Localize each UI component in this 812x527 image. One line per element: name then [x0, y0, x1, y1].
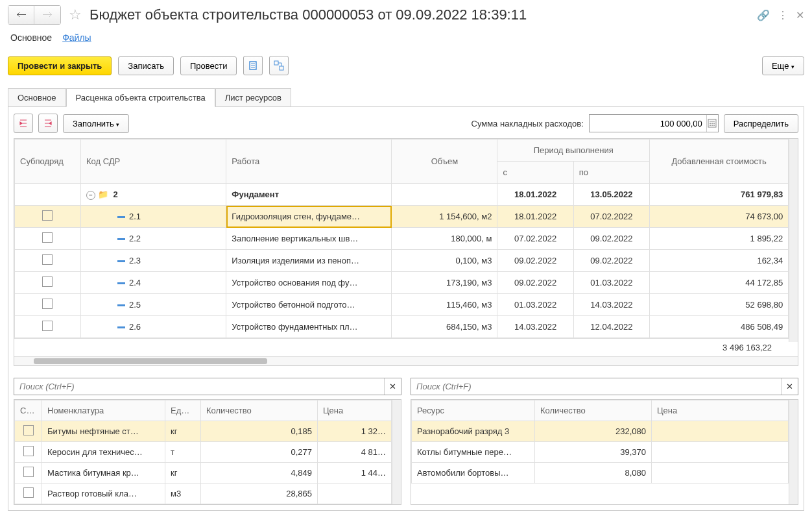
lcol-sub[interactable]: С… — [15, 400, 42, 421]
item-icon — [117, 260, 125, 262]
overhead-input-wrap — [589, 114, 719, 132]
overhead-label: Сумма накладных расходов: — [472, 119, 584, 129]
svg-point-13 — [713, 125, 715, 126]
col-added[interactable]: Добавленная стоимость — [650, 140, 789, 184]
left-search: ✕ — [14, 378, 401, 395]
table-row[interactable]: Раствор готовый кла…м328,865 — [15, 484, 401, 504]
svg-rect-5 — [280, 66, 283, 70]
fill-button[interactable]: Заполнить ▾ — [63, 114, 129, 133]
row-checkbox[interactable] — [23, 487, 34, 498]
row-checkbox[interactable] — [23, 467, 34, 477]
tab-files[interactable]: Файлы — [62, 32, 91, 43]
item-icon — [117, 326, 125, 328]
distribute-button[interactable]: Распределить — [724, 114, 798, 133]
indent-left-icon[interactable] — [14, 114, 33, 133]
col-code[interactable]: Код СДР — [80, 140, 226, 184]
left-search-input[interactable] — [14, 378, 384, 395]
table-row[interactable]: 2.3 Изоляция изделиями из пеноп… 0,100, … — [15, 250, 798, 272]
subtab-rates[interactable]: Расценка объекта строительства — [66, 88, 215, 107]
post-button[interactable]: Провести — [180, 56, 237, 75]
lcol-qty[interactable]: Количество — [201, 400, 318, 421]
row-checkbox[interactable] — [23, 425, 34, 435]
table-row[interactable]: 2.5 Устройство бетонной подгото… 115,460… — [15, 294, 798, 316]
left-grid[interactable]: С… Номенклатура Ед… Количество Цена Биту… — [14, 399, 401, 505]
indent-right-icon[interactable] — [38, 114, 58, 133]
table-row[interactable]: Мастика битумная кр…кг4,8491 44… — [15, 463, 401, 484]
row-checkbox[interactable] — [42, 254, 53, 265]
rcol-price[interactable]: Цена — [652, 400, 789, 421]
table-row[interactable]: Котлы битумные пере…39,370 — [412, 442, 798, 463]
table-row[interactable]: Автомобили бортовы…8,080 — [412, 463, 798, 484]
row-checkbox[interactable] — [42, 299, 53, 309]
collapse-icon[interactable]: − — [86, 191, 95, 200]
table-row[interactable]: Битумы нефтяные ст…кг0,1851 32… — [15, 421, 401, 442]
table-row[interactable]: Керосин для техничес…т0,2774 81… — [15, 442, 401, 463]
subtab-main[interactable]: Основное — [8, 88, 66, 107]
table-row[interactable]: 2.2 Заполнение вертикальных шв… 180,000,… — [15, 228, 798, 250]
favorite-icon[interactable]: ☆ — [66, 6, 84, 24]
close-icon[interactable]: ✕ — [796, 9, 804, 21]
kebab-icon[interactable]: ⋮ — [778, 9, 788, 21]
item-icon — [117, 282, 125, 284]
svg-point-9 — [711, 123, 713, 124]
forward-button[interactable]: 🡒 — [34, 6, 60, 24]
right-search-input[interactable] — [411, 378, 781, 395]
main-grid[interactable]: Субподряд Код СДР Работа Объем Период вы… — [14, 138, 798, 366]
col-to[interactable]: по — [573, 162, 649, 184]
svg-point-8 — [710, 123, 711, 124]
titlebar: 🡐 🡒 ☆ Бюджет объекта строительства 00000… — [8, 5, 804, 25]
folder-icon: 📁 — [98, 190, 108, 199]
overhead-input[interactable] — [590, 119, 706, 129]
grid-scrollbar-v[interactable] — [789, 139, 798, 342]
table-row[interactable]: 2.4 Устройство основания под фу… 173,190… — [15, 272, 798, 294]
rates-panel: Заполнить ▾ Сумма накладных расходов: Ра… — [8, 106, 804, 511]
right-grid[interactable]: Ресурс Количество Цена Разнорабочий разр… — [411, 399, 798, 505]
right-scrollbar-v[interactable] — [789, 400, 798, 504]
row-checkbox[interactable] — [42, 321, 53, 331]
col-work[interactable]: Работа — [226, 140, 392, 184]
grid-scrollbar-h[interactable] — [14, 356, 798, 365]
item-icon — [117, 216, 125, 218]
rcol-resource[interactable]: Ресурс — [412, 400, 535, 421]
rcol-qty[interactable]: Количество — [535, 400, 652, 421]
lcol-nomen[interactable]: Номенклатура — [42, 400, 165, 421]
save-button[interactable]: Записать — [118, 56, 174, 75]
toolbar: Провести и закрыть Записать Провести Еще… — [8, 56, 804, 75]
lcol-unit[interactable]: Ед… — [165, 400, 201, 421]
bottom-panels: ✕ С… Номенклатура Ед… Количество Цена — [14, 378, 798, 505]
row-checkbox[interactable] — [23, 446, 34, 456]
left-search-clear-icon[interactable]: ✕ — [384, 378, 401, 395]
row-checkbox[interactable] — [42, 210, 53, 221]
post-and-close-button[interactable]: Провести и закрыть — [8, 56, 112, 75]
nav-buttons: 🡐 🡒 — [8, 5, 61, 25]
svg-rect-4 — [274, 61, 278, 65]
item-icon — [117, 238, 125, 240]
row-checkbox[interactable] — [42, 276, 53, 287]
left-scrollbar-v[interactable] — [392, 400, 401, 504]
svg-point-12 — [711, 125, 713, 126]
table-row[interactable]: −📁 2 Фундамент 18.01.2022 13.05.2022 761… — [15, 184, 798, 206]
structure-icon[interactable] — [269, 56, 289, 75]
table-row[interactable]: 2.6 Устройство фундаментных пл… 684,150,… — [15, 316, 798, 338]
more-button[interactable]: Еще ▾ — [762, 56, 804, 75]
calc-icon[interactable] — [706, 115, 718, 132]
table-row[interactable]: 2.1 Гидроизоляция стен, фундаме… 1 154,6… — [15, 206, 798, 228]
subtab-resources[interactable]: Лист ресурсов — [215, 88, 291, 107]
back-button[interactable]: 🡐 — [8, 6, 34, 24]
tab-main[interactable]: Основное — [10, 32, 52, 43]
lcol-price[interactable]: Цена — [318, 400, 392, 421]
col-from[interactable]: с — [497, 162, 573, 184]
panel-toolbar: Заполнить ▾ Сумма накладных расходов: Ра… — [14, 114, 798, 133]
link-icon[interactable]: 🔗 — [757, 9, 770, 21]
col-subcontract[interactable]: Субподряд — [15, 140, 81, 184]
row-checkbox[interactable] — [42, 232, 53, 243]
col-period[interactable]: Период выполнения — [497, 140, 650, 162]
report-icon[interactable] — [243, 56, 263, 75]
table-row[interactable]: Разнорабочий разряд 3232,080 — [412, 421, 798, 442]
right-search-clear-icon[interactable]: ✕ — [781, 378, 798, 395]
grid-total: 3 496 163,22 — [14, 338, 798, 356]
page-title: Бюджет объекта строительства 000000053 о… — [90, 6, 752, 23]
right-search: ✕ — [411, 378, 798, 395]
main-tabs: Основное Файлы — [8, 32, 804, 43]
col-volume[interactable]: Объем — [392, 140, 497, 184]
